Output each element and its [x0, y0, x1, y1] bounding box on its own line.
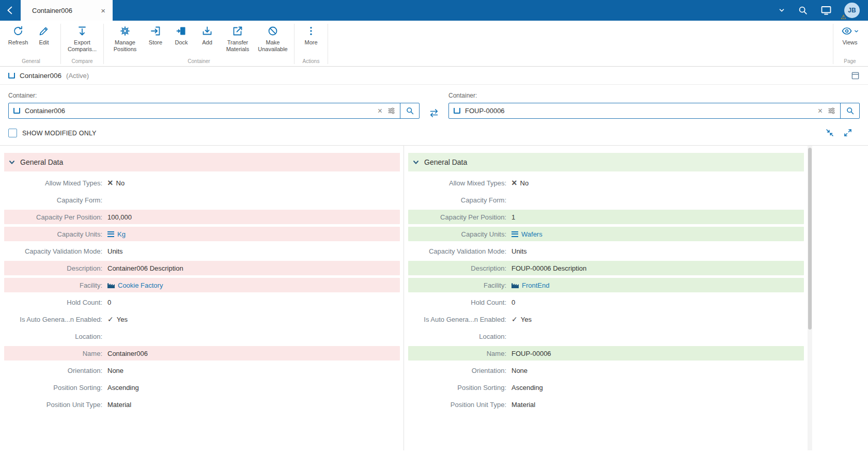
- filter-options-icon[interactable]: [386, 107, 400, 115]
- toolbar-group-compare: Export Comparis... Compare: [65, 21, 100, 66]
- field-row: Name: FOUP-00006: [408, 346, 804, 361]
- field-row: Position Unit Type: Material: [408, 397, 804, 412]
- right-container-field: Container: FOUP-00006: [448, 92, 860, 119]
- topbar: Container006 JB: [0, 0, 868, 21]
- container-icon: [8, 73, 15, 79]
- check-icon: [512, 316, 518, 323]
- vertical-scrollbar[interactable]: [808, 146, 812, 450]
- field-row: Facility: Cookie Factory: [4, 278, 400, 292]
- tabs-dropdown-icon[interactable]: [778, 7, 785, 14]
- scrollbar-thumb[interactable]: [808, 148, 812, 330]
- entity-header: Container006 (Active): [0, 67, 868, 85]
- edit-button[interactable]: Edit: [31, 21, 57, 47]
- status-badge: (Active): [66, 72, 89, 80]
- right-compare-panel: General Data Allow Mixed Types: No Capac…: [404, 146, 808, 450]
- collapse-sections-icon[interactable]: [825, 128, 834, 137]
- transfer-materials-icon: [232, 25, 243, 37]
- chevron-down-icon: [8, 159, 16, 166]
- field-row: Capacity Units: Wafers: [408, 227, 804, 241]
- check-icon: [107, 316, 114, 323]
- field-row: Hold Count: 0: [408, 295, 804, 309]
- refresh-button[interactable]: Refresh: [5, 21, 31, 47]
- field-row: Description: FOUP-00006 Description: [408, 261, 804, 275]
- right-container-input[interactable]: FOUP-00006: [448, 103, 860, 119]
- field-row: Description: Container006 Description: [4, 261, 400, 275]
- section-header-general-data[interactable]: General Data: [4, 153, 400, 171]
- filter-options-icon[interactable]: [827, 107, 840, 115]
- ribbon-toolbar: Refresh Edit General Export Comparis.: [0, 21, 868, 67]
- dock-button[interactable]: Dock: [168, 21, 194, 47]
- swap-icon: [428, 107, 440, 119]
- clear-icon[interactable]: [814, 107, 827, 115]
- transfer-materials-button[interactable]: Transfer Materials: [220, 21, 255, 53]
- field-label: Container:: [8, 92, 420, 99]
- tab-title: Container006: [32, 7, 99, 14]
- list-icon: [107, 231, 114, 237]
- add-button[interactable]: Add: [194, 21, 220, 47]
- toolbar-group-caption: General: [5, 57, 57, 66]
- field-rows: Allow Mixed Types: No Capacity Form:: [408, 176, 804, 412]
- field-row: Capacity Per Position: 100,000: [4, 210, 400, 224]
- field-row: Allow Mixed Types: No: [4, 176, 400, 190]
- views-icon: [841, 25, 853, 37]
- toolbar-group-container: Manage Positions Store Dock: [107, 21, 290, 66]
- store-button[interactable]: Store: [143, 21, 168, 47]
- swap-containers-button[interactable]: [420, 92, 448, 119]
- left-container-input[interactable]: Container006: [8, 103, 420, 119]
- search-button[interactable]: [840, 103, 859, 118]
- add-icon: [202, 25, 213, 37]
- section-header-general-data[interactable]: General Data: [408, 153, 804, 171]
- list-icon: [512, 231, 518, 237]
- filter-row: SHOW MODIFIED ONLY: [0, 119, 868, 145]
- field-row: Capacity Form:: [408, 193, 804, 207]
- show-modified-label: SHOW MODIFIED ONLY: [22, 130, 97, 137]
- avatar[interactable]: JB: [844, 3, 860, 18]
- left-compare-panel: General Data Allow Mixed Types: No Capac…: [0, 146, 404, 450]
- dock-icon: [176, 25, 187, 37]
- app-window: Container006 JB Refresh: [0, 0, 868, 454]
- page-title: Container006: [20, 72, 61, 80]
- field-label: Container:: [448, 92, 860, 99]
- back-button[interactable]: [0, 0, 21, 21]
- expand-sections-icon[interactable]: [843, 128, 853, 137]
- toolbar-group-caption: Container: [107, 57, 290, 66]
- facility-icon: [512, 282, 519, 288]
- input-value[interactable]: Container006: [25, 107, 374, 115]
- search-button[interactable]: [400, 103, 419, 118]
- cross-icon: [107, 179, 113, 186]
- toolbar-group-general: Refresh Edit General: [5, 21, 57, 66]
- toolbar-separator: [294, 24, 295, 64]
- panel-window-button[interactable]: [851, 71, 860, 80]
- more-icon: [305, 25, 317, 37]
- field-row: Facility: FrontEnd: [408, 278, 804, 292]
- export-comparison-icon: [76, 25, 88, 37]
- topbar-actions: JB: [778, 3, 868, 18]
- more-button[interactable]: More: [298, 21, 324, 47]
- clear-icon[interactable]: [374, 107, 386, 115]
- views-button[interactable]: Views: [837, 21, 863, 47]
- toolbar-group-caption: Actions: [298, 57, 324, 66]
- store-icon: [150, 25, 161, 37]
- field-row: Is Auto Genera...n Enabled: Yes: [408, 312, 804, 326]
- field-row: Orientation: None: [4, 363, 400, 378]
- search-icon[interactable]: [798, 5, 808, 15]
- monitor-icon[interactable]: [820, 5, 832, 16]
- show-modified-checkbox[interactable]: [8, 129, 17, 137]
- container-icon: [13, 108, 20, 114]
- toolbar-separator: [833, 24, 833, 64]
- field-row: Hold Count: 0: [4, 295, 400, 309]
- field-row: Orientation: None: [408, 363, 804, 378]
- input-value[interactable]: FOUP-00006: [465, 107, 814, 115]
- field-row: Name: Container006: [4, 346, 400, 361]
- close-icon[interactable]: [99, 6, 107, 15]
- refresh-icon: [12, 25, 24, 37]
- field-row: Location:: [408, 329, 804, 343]
- manage-positions-button[interactable]: Manage Positions: [107, 21, 143, 53]
- field-row: Capacity Validation Mode: Units: [408, 244, 804, 258]
- export-comparison-button[interactable]: Export Comparis...: [65, 21, 100, 53]
- make-unavailable-button[interactable]: Make Unavailable: [255, 21, 290, 53]
- cross-icon: [512, 179, 517, 186]
- field-row: Position Sorting: Ascending: [408, 380, 804, 395]
- tab-container006[interactable]: Container006: [21, 0, 113, 21]
- make-unavailable-icon: [267, 25, 278, 37]
